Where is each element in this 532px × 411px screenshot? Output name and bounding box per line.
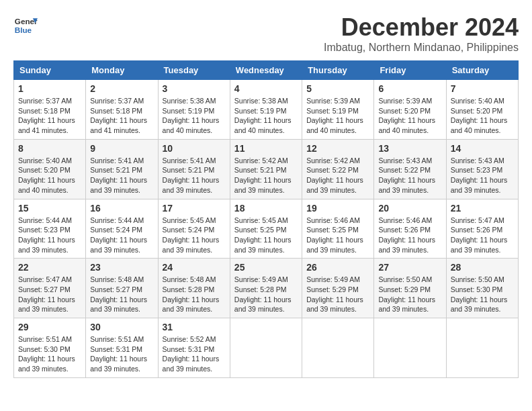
day-number: 13 xyxy=(378,143,441,154)
day-number: 7 xyxy=(451,83,514,94)
header-sunday: Sunday xyxy=(14,61,86,80)
day-number: 14 xyxy=(451,143,514,154)
calendar-week-3: 15 Sunrise: 5:44 AMSunset: 5:23 PMDaylig… xyxy=(14,199,519,259)
calendar-cell: 12 Sunrise: 5:42 AMSunset: 5:22 PMDaylig… xyxy=(302,139,374,199)
day-number: 18 xyxy=(234,203,298,214)
day-number: 16 xyxy=(90,203,153,214)
calendar-cell: 30 Sunrise: 5:51 AMSunset: 5:31 PMDaylig… xyxy=(86,318,158,378)
day-number: 23 xyxy=(90,262,153,273)
day-info: Sunrise: 5:44 AMSunset: 5:23 PMDaylight:… xyxy=(18,216,75,254)
calendar-week-4: 22 Sunrise: 5:47 AMSunset: 5:27 PMDaylig… xyxy=(14,259,519,318)
calendar-cell: 18 Sunrise: 5:45 AMSunset: 5:25 PMDaylig… xyxy=(230,199,302,259)
calendar-week-1: 1 Sunrise: 5:37 AMSunset: 5:18 PMDayligh… xyxy=(14,80,519,140)
calendar-cell: 6 Sunrise: 5:39 AMSunset: 5:20 PMDayligh… xyxy=(374,80,446,140)
day-info: Sunrise: 5:40 AMSunset: 5:20 PMDaylight:… xyxy=(451,97,508,134)
day-number: 30 xyxy=(90,322,153,332)
calendar-cell: 26 Sunrise: 5:49 AMSunset: 5:29 PMDaylig… xyxy=(302,259,374,318)
day-info: Sunrise: 5:38 AMSunset: 5:19 PMDaylight:… xyxy=(163,97,220,134)
calendar-cell: 29 Sunrise: 5:51 AMSunset: 5:30 PMDaylig… xyxy=(14,318,86,378)
day-info: Sunrise: 5:41 AMSunset: 5:21 PMDaylight:… xyxy=(90,156,147,194)
day-info: Sunrise: 5:51 AMSunset: 5:31 PMDaylight:… xyxy=(90,335,147,373)
day-number: 8 xyxy=(18,143,81,154)
calendar-cell: 31 Sunrise: 5:52 AMSunset: 5:31 PMDaylig… xyxy=(158,318,230,378)
calendar-cell xyxy=(446,318,518,378)
calendar-cell: 28 Sunrise: 5:50 AMSunset: 5:30 PMDaylig… xyxy=(446,259,518,318)
svg-text:Blue: Blue xyxy=(15,26,32,34)
day-info: Sunrise: 5:46 AMSunset: 5:26 PMDaylight:… xyxy=(378,216,435,254)
calendar-cell: 3 Sunrise: 5:38 AMSunset: 5:19 PMDayligh… xyxy=(158,80,230,140)
logo: General Blue xyxy=(13,13,38,38)
day-info: Sunrise: 5:48 AMSunset: 5:27 PMDaylight:… xyxy=(90,275,147,313)
day-info: Sunrise: 5:47 AMSunset: 5:26 PMDaylight:… xyxy=(451,216,508,254)
day-number: 4 xyxy=(234,83,298,94)
header-wednesday: Wednesday xyxy=(230,61,302,80)
day-number: 12 xyxy=(306,143,369,154)
header-monday: Monday xyxy=(86,61,158,80)
day-number: 25 xyxy=(234,262,298,273)
day-info: Sunrise: 5:49 AMSunset: 5:28 PMDaylight:… xyxy=(234,275,292,313)
location-title: Imbatug, Northern Mindanao, Philippines xyxy=(324,42,519,54)
day-number: 3 xyxy=(163,83,226,94)
svg-text:General: General xyxy=(15,17,38,26)
day-info: Sunrise: 5:50 AMSunset: 5:30 PMDaylight:… xyxy=(451,275,508,313)
day-number: 1 xyxy=(18,83,81,94)
day-number: 6 xyxy=(378,83,441,94)
day-number: 27 xyxy=(378,262,441,273)
day-info: Sunrise: 5:40 AMSunset: 5:20 PMDaylight:… xyxy=(18,156,75,194)
calendar-cell xyxy=(374,318,446,378)
day-info: Sunrise: 5:44 AMSunset: 5:24 PMDaylight:… xyxy=(90,216,147,254)
day-number: 15 xyxy=(18,203,81,214)
calendar-cell: 8 Sunrise: 5:40 AMSunset: 5:20 PMDayligh… xyxy=(14,139,86,199)
day-info: Sunrise: 5:38 AMSunset: 5:19 PMDaylight:… xyxy=(234,97,292,134)
calendar-cell: 10 Sunrise: 5:41 AMSunset: 5:21 PMDaylig… xyxy=(158,139,230,199)
day-number: 21 xyxy=(451,203,514,214)
day-number: 22 xyxy=(18,262,81,273)
day-info: Sunrise: 5:50 AMSunset: 5:29 PMDaylight:… xyxy=(378,275,435,313)
calendar-cell: 15 Sunrise: 5:44 AMSunset: 5:23 PMDaylig… xyxy=(14,199,86,259)
calendar-cell: 7 Sunrise: 5:40 AMSunset: 5:20 PMDayligh… xyxy=(446,80,518,140)
header: General Blue December 2024 Imbatug, Nort… xyxy=(13,13,519,54)
calendar-cell: 4 Sunrise: 5:38 AMSunset: 5:19 PMDayligh… xyxy=(230,80,302,140)
day-number: 2 xyxy=(90,83,153,94)
day-number: 11 xyxy=(234,143,298,154)
day-info: Sunrise: 5:47 AMSunset: 5:27 PMDaylight:… xyxy=(18,275,75,313)
day-info: Sunrise: 5:39 AMSunset: 5:19 PMDaylight:… xyxy=(306,97,363,134)
day-info: Sunrise: 5:45 AMSunset: 5:24 PMDaylight:… xyxy=(163,216,220,254)
calendar-week-2: 8 Sunrise: 5:40 AMSunset: 5:20 PMDayligh… xyxy=(14,139,519,199)
header-thursday: Thursday xyxy=(302,61,374,80)
month-title: December 2024 xyxy=(324,13,519,42)
day-info: Sunrise: 5:43 AMSunset: 5:22 PMDaylight:… xyxy=(378,156,435,194)
calendar-cell: 22 Sunrise: 5:47 AMSunset: 5:27 PMDaylig… xyxy=(14,259,86,318)
day-number: 5 xyxy=(306,83,369,94)
header-friday: Friday xyxy=(374,61,446,80)
day-info: Sunrise: 5:42 AMSunset: 5:21 PMDaylight:… xyxy=(234,156,292,194)
calendar: SundayMondayTuesdayWednesdayThursdayFrid… xyxy=(13,60,519,378)
calendar-cell: 17 Sunrise: 5:45 AMSunset: 5:24 PMDaylig… xyxy=(158,199,230,259)
day-number: 17 xyxy=(163,203,226,214)
day-info: Sunrise: 5:51 AMSunset: 5:30 PMDaylight:… xyxy=(18,335,75,373)
calendar-cell xyxy=(230,318,302,378)
calendar-cell: 27 Sunrise: 5:50 AMSunset: 5:29 PMDaylig… xyxy=(374,259,446,318)
day-number: 20 xyxy=(378,203,441,214)
calendar-cell: 16 Sunrise: 5:44 AMSunset: 5:24 PMDaylig… xyxy=(86,199,158,259)
day-info: Sunrise: 5:41 AMSunset: 5:21 PMDaylight:… xyxy=(163,156,220,194)
day-info: Sunrise: 5:42 AMSunset: 5:22 PMDaylight:… xyxy=(306,156,363,194)
day-info: Sunrise: 5:48 AMSunset: 5:28 PMDaylight:… xyxy=(163,275,220,313)
day-number: 29 xyxy=(18,322,81,332)
calendar-cell: 2 Sunrise: 5:37 AMSunset: 5:18 PMDayligh… xyxy=(86,80,158,140)
calendar-cell: 14 Sunrise: 5:43 AMSunset: 5:23 PMDaylig… xyxy=(446,139,518,199)
calendar-cell: 21 Sunrise: 5:47 AMSunset: 5:26 PMDaylig… xyxy=(446,199,518,259)
day-number: 10 xyxy=(163,143,226,154)
calendar-cell: 1 Sunrise: 5:37 AMSunset: 5:18 PMDayligh… xyxy=(14,80,86,140)
day-info: Sunrise: 5:45 AMSunset: 5:25 PMDaylight:… xyxy=(234,216,292,254)
day-number: 31 xyxy=(163,322,226,332)
day-info: Sunrise: 5:49 AMSunset: 5:29 PMDaylight:… xyxy=(306,275,363,313)
day-number: 24 xyxy=(163,262,226,273)
day-info: Sunrise: 5:37 AMSunset: 5:18 PMDaylight:… xyxy=(18,97,75,134)
day-number: 19 xyxy=(306,203,369,214)
logo-icon: General Blue xyxy=(13,13,38,38)
day-number: 26 xyxy=(306,262,369,273)
calendar-cell: 5 Sunrise: 5:39 AMSunset: 5:19 PMDayligh… xyxy=(302,80,374,140)
day-info: Sunrise: 5:52 AMSunset: 5:31 PMDaylight:… xyxy=(163,335,220,373)
calendar-cell: 19 Sunrise: 5:46 AMSunset: 5:25 PMDaylig… xyxy=(302,199,374,259)
